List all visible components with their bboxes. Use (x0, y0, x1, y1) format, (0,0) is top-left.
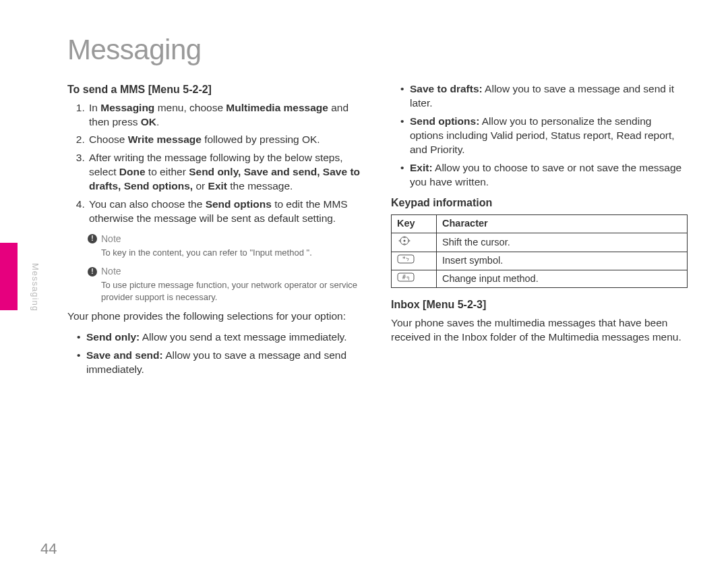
table-cell: Change input method. (437, 270, 688, 288)
note-2-body: To use picture message function, your ne… (101, 279, 364, 303)
svg-text:#: # (402, 274, 406, 281)
left-column: To send a MMS [Menu 5-2-2] In Messaging … (67, 82, 364, 384)
section-heading-keypad: Keypad information (391, 196, 688, 210)
hash-key-icon: # ף (392, 270, 437, 288)
step-2: Choose Write message followed by pressin… (88, 133, 364, 147)
two-column-layout: To send a MMS [Menu 5-2-2] In Messaging … (67, 82, 688, 384)
page-title: Messaging (67, 34, 688, 66)
table-cell: Shift the cursor. (437, 233, 688, 252)
step-3: After writing the message following by t… (88, 151, 364, 194)
note-1: ! Note To key in the content, you can re… (88, 233, 364, 258)
table-header-key: Key (392, 215, 437, 233)
note-1-body: To key in the content, you can refer to … (101, 247, 364, 259)
nav-key-icon (392, 233, 437, 252)
note-2: ! Note To use picture message function, … (88, 265, 364, 303)
option-exit: Exit: Allow you to choose to save or not… (404, 161, 688, 190)
table-header-character: Character (437, 215, 688, 233)
options-list-left: Send only: Allow you send a text message… (67, 330, 364, 377)
svg-text:*: * (402, 256, 406, 262)
step-1: In Messaging menu, choose Multimedia mes… (88, 101, 364, 129)
table-row: Shift the cursor. (392, 233, 688, 252)
option-save-and-send: Save and send: Allow you to save a messa… (81, 349, 364, 377)
table-header-row: Key Character (392, 215, 688, 233)
keypad-table: Key Character Shift the cursor. (391, 214, 688, 288)
star-key-icon: * ל (392, 252, 437, 270)
steps-list: In Messaging menu, choose Multimedia mes… (67, 101, 364, 226)
page-content: Messaging Messaging To send a MMS [Menu … (0, 0, 728, 582)
option-save-to-drafts: Save to drafts: Allow you to save a mess… (404, 82, 688, 111)
step-4: You can also choose the Send options to … (88, 198, 364, 226)
svg-point-1 (404, 239, 406, 241)
table-cell: Insert symbol. (437, 252, 688, 270)
svg-text:ף: ף (406, 275, 409, 281)
info-icon: ! (88, 267, 97, 277)
right-column: Save to drafts: Allow you to save a mess… (391, 82, 688, 384)
option-send-only: Send only: Allow you send a text message… (81, 330, 364, 345)
info-icon: ! (88, 234, 97, 243)
side-label: Messaging (30, 263, 40, 312)
option-send-options: Send options: Allow you to personalize t… (404, 115, 688, 157)
svg-rect-2 (398, 255, 414, 263)
table-row: * ל Insert symbol. (392, 252, 688, 270)
page-number: 44 (40, 540, 57, 558)
note-1-label: ! Note (88, 233, 364, 245)
section-heading-send-mms: To send a MMS [Menu 5-2-2] (67, 82, 364, 97)
svg-text:ל: ל (406, 257, 409, 262)
inbox-body: Your phone saves the multimedia messages… (391, 316, 688, 345)
table-row: # ף Change input method. (392, 270, 688, 288)
selections-intro: Your phone provides the following select… (67, 310, 364, 324)
options-list-right: Save to drafts: Allow you to save a mess… (391, 82, 688, 189)
section-heading-inbox: Inbox [Menu 5-2-3] (391, 297, 688, 312)
note-2-label: ! Note (88, 265, 364, 278)
